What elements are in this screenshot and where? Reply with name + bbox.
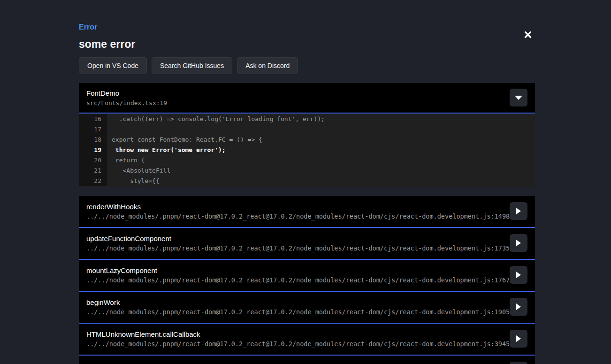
code-text: style={{	[107, 176, 535, 186]
stack-frame-partially-visible	[79, 356, 535, 364]
expand-stack-frame-button[interactable]	[510, 330, 527, 348]
stack-frame-location: ../../node_modules/.pnpm/react-dom@17.0.…	[86, 276, 527, 284]
stack-frame-location: ../../node_modules/.pnpm/react-dom@17.0.…	[86, 308, 527, 316]
stack-frame-function-name: HTMLUnknownElement.callCallback	[86, 330, 527, 339]
line-number: 21	[79, 166, 107, 176]
code-frame-function-name: FontDemo	[86, 89, 527, 98]
code-text: <AbsoluteFill	[107, 166, 535, 176]
expand-stack-frame-button[interactable]	[510, 234, 527, 252]
code-text: throw new Error('some error');	[107, 145, 535, 155]
line-number: 16	[79, 114, 107, 124]
line-number: 18	[79, 135, 107, 145]
error-type-label: Error	[79, 23, 535, 32]
open-in-vscode-button[interactable]: Open in VS Code	[79, 57, 147, 74]
stack-frame-function-name: beginWork	[86, 298, 527, 307]
code-text: export const FontDemo: React.FC = () => …	[107, 135, 535, 145]
triangle-right-icon	[516, 272, 521, 278]
line-number: 19	[79, 145, 107, 155]
code-line: 16 .catch((err) => console.log('Error lo…	[79, 114, 535, 124]
stack-frame-mountLazyComponent: mountLazyComponent ../../node_modules/.p…	[79, 260, 535, 292]
stack-frame-location: ../../node_modules/.pnpm/react-dom@17.0.…	[86, 244, 527, 252]
expand-stack-frame-button[interactable]	[510, 202, 527, 220]
code-text	[107, 124, 535, 135]
stack-frame-HTMLUnknownElement-callCallback: HTMLUnknownElement.callCallback ../../no…	[79, 324, 535, 356]
stack-frame-renderWithHooks: renderWithHooks ../../node_modules/.pnpm…	[79, 196, 535, 228]
expand-stack-frame-button[interactable]	[510, 362, 527, 364]
code-line-highlighted: 19 throw new Error('some error');	[79, 145, 535, 155]
stack-trace-list: renderWithHooks ../../node_modules/.pnpm…	[79, 196, 535, 364]
code-snippet: 16 .catch((err) => console.log('Error lo…	[79, 114, 535, 187]
line-number: 17	[79, 124, 107, 135]
stack-frame-function-name: renderWithHooks	[86, 202, 527, 211]
search-github-issues-button[interactable]: Search GitHub Issues	[152, 57, 232, 74]
line-number: 22	[79, 176, 107, 186]
triangle-right-icon	[516, 335, 521, 342]
code-frame-header: FontDemo src/Fonts/index.tsx:19	[79, 83, 535, 114]
triangle-down-icon	[515, 96, 522, 100]
code-text: .catch((err) => console.log('Error loadi…	[107, 114, 535, 124]
code-line: 17	[79, 124, 535, 135]
error-overlay-content: Error some error Open in VS Code Search …	[79, 0, 535, 364]
triangle-right-icon	[516, 240, 521, 246]
action-button-row: Open in VS Code Search GitHub Issues Ask…	[79, 57, 535, 74]
source-code-frame: FontDemo src/Fonts/index.tsx:19 16 .catc…	[79, 83, 535, 187]
code-line: 21 <AbsoluteFill	[79, 166, 535, 176]
expand-stack-frame-button[interactable]	[510, 298, 527, 316]
triangle-right-icon	[516, 208, 521, 214]
stack-frame-location: ../../node_modules/.pnpm/react-dom@17.0.…	[86, 340, 527, 348]
code-line: 20 return (	[79, 155, 535, 166]
code-frame-file-location: src/Fonts/index.tsx:19	[86, 99, 527, 107]
stack-frame-updateFunctionComponent: updateFunctionComponent ../../node_modul…	[79, 228, 535, 260]
stack-frame-beginWork: beginWork ../../node_modules/.pnpm/react…	[79, 292, 535, 324]
stack-frame-location: ../../node_modules/.pnpm/react-dom@17.0.…	[86, 212, 527, 220]
ask-on-discord-button[interactable]: Ask on Discord	[237, 57, 298, 74]
code-line: 18export const FontDemo: React.FC = () =…	[79, 135, 535, 145]
error-message-title: some error	[79, 38, 535, 51]
triangle-right-icon	[516, 303, 521, 310]
error-overlay: { "colors": { "page_bg": "#1f222a", "pan…	[0, 0, 611, 364]
expand-stack-frame-button[interactable]	[510, 266, 527, 284]
stack-frame-function-name: mountLazyComponent	[86, 266, 527, 275]
code-text: return (	[107, 155, 535, 166]
line-number: 20	[79, 155, 107, 166]
collapse-code-frame-button[interactable]	[510, 89, 527, 106]
stack-frame-function-name: updateFunctionComponent	[86, 234, 527, 243]
code-line: 22 style={{	[79, 176, 535, 186]
